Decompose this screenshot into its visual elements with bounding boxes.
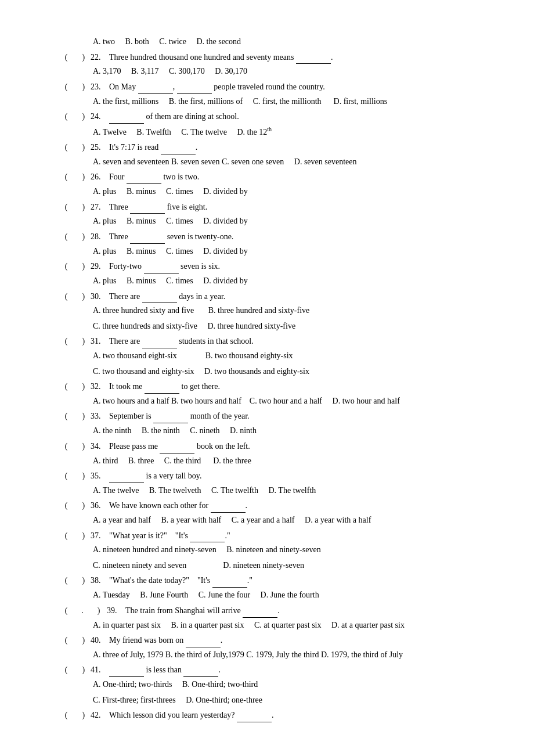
answer-41a: A. One-third; two-thirds B. One-third; t… — [93, 678, 488, 692]
question-24: ( ) 24. of them are dining at school. A.… — [58, 110, 488, 139]
q-text-29: Forty-two seven is six. — [109, 260, 488, 273]
q-text-35: is a very tall boy. — [109, 469, 488, 483]
q-text-24: of them are dining at school. — [109, 110, 488, 124]
q-num-32: 32. — [91, 380, 109, 394]
paren-34: ( — [58, 440, 74, 453]
answer-22: A. 3,170 B. 3,117 C. 300,170 D. 30,170 — [93, 64, 488, 79]
paren-close-23: ) — [74, 80, 91, 94]
answer-34: A. third B. three C. the third D. the th… — [93, 454, 488, 469]
q-text-23: On May , people traveled round the count… — [109, 80, 488, 94]
q-text-37: "What year is it?" "It's ." — [109, 529, 488, 543]
question-37: ( ) 37. "What year is it?" "It's ." A. n… — [58, 529, 488, 573]
q-text-28: Three seven is twenty-one. — [109, 230, 488, 244]
q-num-23: 23. — [91, 80, 109, 94]
question-30: ( ) 30. There are days in a year. A. thr… — [58, 290, 488, 334]
paren-23: ( — [58, 80, 74, 94]
answer-32: A. two hours and a half B. two hours and… — [93, 394, 488, 409]
question-38: ( ) 38. "What's the date today?" "It's .… — [58, 574, 488, 602]
q-num-26: 26. — [91, 170, 109, 184]
paren-42: ( — [58, 708, 74, 722]
q-text-26: Four two is two. — [109, 170, 488, 184]
question-32: ( ) 32. It took me to get there. A. two … — [58, 380, 488, 408]
paren-24: ( — [58, 110, 74, 124]
paren-close-24: ) — [74, 110, 91, 124]
answer-37a: A. nineteen hundred and ninety-seven B. … — [93, 543, 488, 557]
answer-27: A. plus B. minus C. times D. divided by — [93, 214, 488, 229]
answer-26: A. plus B. minus C. times D. divided by — [93, 185, 488, 199]
q-num-33: 33. — [91, 409, 109, 423]
answer-41b: C. First-three; first-threes D. One-thir… — [93, 693, 488, 708]
answer-40: A. three of July, 1979 B. the third of J… — [93, 648, 488, 663]
q-num-31: 31. — [91, 334, 109, 348]
question-31: ( ) 31. There are students in that schoo… — [58, 334, 488, 379]
q-text-27: Three five is eight. — [109, 200, 488, 214]
q-text-40: My friend was born on . — [109, 633, 488, 647]
question-36: ( ) 36. We have known each other for . A… — [58, 499, 488, 527]
q-num-35: 35. — [91, 469, 109, 483]
q-num-38: 38. — [91, 574, 109, 588]
paren-dot-39: . — [74, 604, 91, 618]
q-text-22: Three hundred thousand one hundred and s… — [109, 51, 488, 64]
answer-24: A. Twelve B. Twelfth C. The twelve D. th… — [93, 124, 488, 139]
q-num-40: 40. — [91, 633, 109, 647]
paren-close-22: ) — [74, 51, 91, 64]
q-num-27: 27. — [91, 200, 109, 214]
question-34: ( ) 34. Please pass me book on the left.… — [58, 440, 488, 468]
paren-40: ( — [58, 633, 74, 647]
paren-close-27: ) — [74, 200, 91, 214]
paren-39: ( — [58, 604, 74, 618]
paren-close-39: ) — [91, 604, 107, 618]
q-num-29: 29. — [91, 260, 109, 273]
q-num-22: 22. — [91, 51, 109, 64]
q-text-42: Which lesson did you learn yesterday? . — [109, 708, 488, 722]
q-text-32: It took me to get there. — [109, 380, 488, 394]
paren-27: ( — [58, 200, 74, 214]
q-text-30: There are days in a year. — [109, 290, 488, 304]
question-40: ( ) 40. My friend was born on . A. three… — [58, 633, 488, 662]
answer-30a: A. three hundred sixty and five B. three… — [93, 304, 488, 318]
q-num-42: 42. — [91, 708, 109, 722]
question-23: ( ) 23. On May , people traveled round t… — [58, 80, 488, 109]
paren-close-32: ) — [74, 380, 91, 394]
top-answer-line: A. two B. both C. twice D. the second — [93, 35, 488, 49]
q-num-25: 25. — [91, 141, 109, 154]
answer-25: A. seven and seventeen B. seven seven C.… — [93, 155, 488, 170]
paren-close-38: ) — [74, 574, 91, 588]
paren-35: ( — [58, 469, 74, 483]
paren-close-41: ) — [74, 663, 91, 677]
question-35: ( ) 35. is a very tall boy. A. The twelv… — [58, 469, 488, 498]
paren-25: ( — [58, 141, 74, 154]
q-num-28: 28. — [91, 230, 109, 244]
q-num-39: 39. — [107, 604, 125, 618]
paren-close-29: ) — [74, 260, 91, 273]
question-25: ( ) 25. It's 7:17 is read . A. seven and… — [58, 141, 488, 169]
question-39: ( . ) 39. The train from Shanghai will a… — [58, 604, 488, 632]
paren-32: ( — [58, 380, 74, 394]
question-42: ( ) 42. Which lesson did you learn yeste… — [58, 708, 488, 722]
q-text-39: The train from Shanghai will arrive . — [125, 604, 488, 618]
q-text-34: Please pass me book on the left. — [109, 440, 488, 453]
paren-close-26: ) — [74, 170, 91, 184]
q-text-33: September is month of the year. — [109, 409, 488, 423]
paren-38: ( — [58, 574, 74, 588]
answer-35: A. The twelve B. The twelveth C. The twe… — [93, 484, 488, 498]
q-text-36: We have known each other for . — [109, 499, 488, 513]
q-num-36: 36. — [91, 499, 109, 513]
q-text-41: is less than . — [109, 663, 488, 677]
paren-close-35: ) — [74, 469, 91, 483]
paren-29: ( — [58, 260, 74, 273]
paren-22: ( — [58, 51, 74, 64]
answer-37b: C. nineteen ninety and seven D. nineteen… — [93, 559, 488, 573]
answer-28: A. plus B. minus C. times D. divided by — [93, 244, 488, 259]
question-26: ( ) 26. Four two is two. A. plus B. minu… — [58, 170, 488, 199]
answer-23: A. the first, millions B. the first, mil… — [93, 95, 488, 109]
paren-close-42: ) — [74, 708, 91, 722]
paren-close-34: ) — [74, 440, 91, 453]
q-num-37: 37. — [91, 529, 109, 543]
paren-31: ( — [58, 334, 74, 348]
question-28: ( ) 28. Three seven is twenty-one. A. pl… — [58, 230, 488, 258]
q-num-24: 24. — [91, 110, 109, 124]
paren-close-30: ) — [74, 290, 91, 304]
paren-close-31: ) — [74, 334, 91, 348]
answer-38: A. Tuesday B. June Fourth C. June the fo… — [93, 588, 488, 603]
